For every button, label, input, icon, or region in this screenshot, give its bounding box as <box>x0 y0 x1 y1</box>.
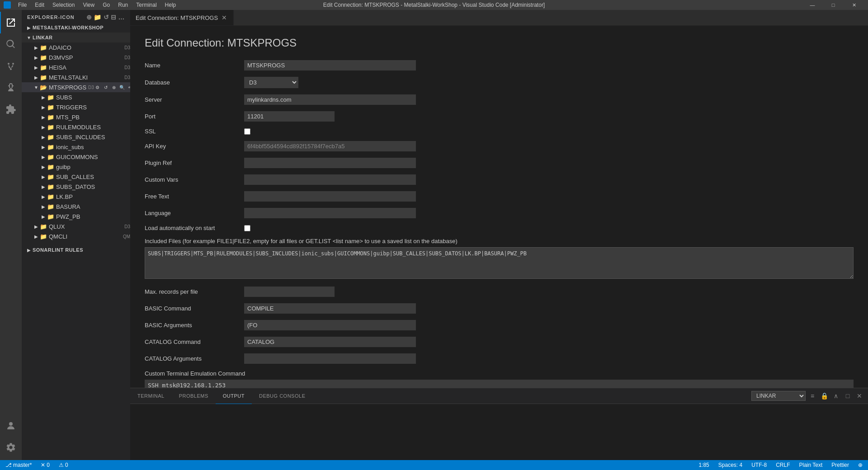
status-language[interactable]: Plain Text <box>797 462 825 468</box>
maximize-panel-icon[interactable]: □ <box>843 391 853 401</box>
status-eol[interactable]: CRLF <box>774 462 792 468</box>
max-records-input[interactable] <box>244 287 335 297</box>
close-panel-icon[interactable]: ✕ <box>854 391 864 401</box>
language-input[interactable] <box>244 208 416 218</box>
status-notifications[interactable]: ⊕ <box>856 462 864 468</box>
sidebar-item-guicommons[interactable]: ▶ 📁 GUICOMMONS <box>22 152 130 162</box>
more-actions-icon[interactable]: … <box>118 14 125 21</box>
sidebar-item-sub-calles[interactable]: ▶ 📁 SUB_CALLES <box>22 172 130 182</box>
tab-output[interactable]: OUTPUT <box>216 388 252 404</box>
sidebar-item-triggers[interactable]: ▶ 📁 TRIGGERS <box>22 102 130 112</box>
sidebar-item-mts-pb[interactable]: ▶ 📁 MTS_PB <box>22 112 130 122</box>
new-file-icon[interactable]: ⊕ <box>86 14 92 21</box>
form-row-catalog-command: CATALOG Command <box>145 337 854 347</box>
sidebar-item-guibp[interactable]: ▶ 📁 guibp <box>22 162 130 172</box>
server-input[interactable] <box>244 94 416 105</box>
menu-file[interactable]: File <box>14 2 30 8</box>
close-button[interactable]: ✕ <box>844 0 864 10</box>
status-position[interactable]: 1:85 <box>697 462 711 468</box>
free-text-input[interactable] <box>244 191 416 202</box>
form-row-basic-arguments: BASIC Arguments <box>145 320 854 330</box>
custom-vars-input[interactable] <box>244 174 416 185</box>
apikey-input[interactable] <box>244 141 416 151</box>
sidebar-item-pwz-pb[interactable]: ▶ 📁 PWZ_PB <box>22 212 130 221</box>
port-input[interactable] <box>244 111 335 122</box>
sidebar-item-metsalstaki-workshop[interactable]: ▶ METSALSTAKI-WORKSHOP <box>22 23 130 33</box>
activity-debug[interactable] <box>0 77 22 99</box>
refresh-icon[interactable]: ↺ <box>102 84 109 91</box>
sidebar-item-label: guibp <box>56 164 130 170</box>
sidebar-item-heisa[interactable]: ▶ 📁 HEISA D3 <box>22 62 130 72</box>
status-encoding[interactable]: UTF-8 <box>750 462 769 468</box>
activity-explorer[interactable] <box>0 12 22 33</box>
sidebar-item-sonarlint[interactable]: ▶ SONARLINT RULES <box>22 245 130 255</box>
menu-run[interactable]: Run <box>114 2 132 8</box>
lock-output-icon[interactable]: 🔒 <box>819 391 829 401</box>
status-errors[interactable]: ✕ 0 <box>39 462 52 468</box>
clear-output-icon[interactable]: ≡ <box>807 391 817 401</box>
status-warnings[interactable]: ⚠ 0 <box>57 462 70 468</box>
tab-edit-connection[interactable]: Edit Connection: MTSKPROGS ✕ <box>130 10 234 25</box>
status-branch[interactable]: ⎇ master* <box>4 462 33 468</box>
sidebar-item-subs-datos[interactable]: ▶ 📁 SUBS_DATOS <box>22 182 130 192</box>
minimize-button[interactable]: ― <box>802 0 823 10</box>
sidebar-item-subs-includes[interactable]: ▶ 📁 SUBS_INCLUDES <box>22 132 130 142</box>
menu-terminal[interactable]: Terminal <box>132 2 160 8</box>
maximize-button[interactable]: □ <box>823 0 844 10</box>
sidebar-item-label: D3MVSP <box>49 54 123 61</box>
database-select[interactable]: D3 QM MVBASE jBASE OpenQM <box>244 77 298 88</box>
tab-close-button[interactable]: ✕ <box>221 14 228 21</box>
sidebar-item-basura[interactable]: ▶ 📁 BASURA <box>22 202 130 212</box>
activity-search[interactable] <box>0 33 22 55</box>
sidebar-item-label: MTS_PB <box>56 114 130 121</box>
sidebar-item-rulemodules[interactable]: ▶ 📁 RULEMODULES <box>22 122 130 132</box>
sidebar-item-subs[interactable]: ▶ 📁 SUBS <box>22 92 130 102</box>
new-folder-icon[interactable]: 📁 <box>94 14 102 21</box>
menu-selection[interactable]: Selection <box>49 2 78 8</box>
terminal-emulation-input[interactable] <box>145 380 854 388</box>
activity-settings[interactable] <box>0 437 22 458</box>
badge: D3 <box>88 85 94 90</box>
basic-arguments-input[interactable] <box>244 320 416 330</box>
sidebar-item-linkar[interactable]: ▼ LINKAR <box>22 33 130 42</box>
status-spaces[interactable]: Spaces: 4 <box>717 462 744 468</box>
sidebar-item-qmcli[interactable]: ▶ 📁 QMCLI QM <box>22 231 130 241</box>
sidebar-item-metalstalki[interactable]: ▶ 📁 METALSTALKI D3 <box>22 72 130 82</box>
edit-icon[interactable]: ✏ <box>127 84 130 91</box>
ssl-checkbox[interactable] <box>244 128 250 135</box>
sidebar-item-lk-bp[interactable]: ▶ 📁 LK.BP <box>22 192 130 202</box>
folder-icon: 📁 <box>47 113 54 121</box>
basic-command-input[interactable] <box>244 303 416 314</box>
name-input[interactable] <box>244 60 416 70</box>
tab-problems[interactable]: PROBLEMS <box>172 388 216 404</box>
load-auto-checkbox[interactable] <box>244 225 250 231</box>
menu-view[interactable]: View <box>79 2 98 8</box>
output-source-select[interactable]: LINKAR Git Extensions <box>751 391 806 401</box>
folder-icon: 📁 <box>40 54 47 61</box>
field-label-language: Language <box>145 210 244 216</box>
settings-icon[interactable]: ⚙ <box>94 84 101 91</box>
tab-debug-console[interactable]: DEBUG CONSOLE <box>252 388 312 404</box>
menu-help[interactable]: Help <box>161 2 180 8</box>
new-file-icon[interactable]: ⊕ <box>110 84 118 91</box>
included-files-textarea[interactable]: SUBS|TRIGGERS|MTS_PB|RULEMODULES|SUBS_IN… <box>145 247 854 279</box>
sidebar-item-adaico[interactable]: ▶ 📁 ADAICO D3 <box>22 42 130 52</box>
catalog-arguments-input[interactable] <box>244 353 416 364</box>
status-formatter[interactable]: Prettier <box>830 462 851 468</box>
sidebar-item-d3mvsp[interactable]: ▶ 📁 D3MVSP D3 <box>22 52 130 62</box>
collapse-panel-icon[interactable]: ∧ <box>831 391 841 401</box>
menu-edit[interactable]: Edit <box>31 2 48 8</box>
activity-source-control[interactable] <box>0 55 22 77</box>
search-icon[interactable]: 🔍 <box>118 84 126 91</box>
refresh-icon[interactable]: ↺ <box>104 14 109 21</box>
plugin-ref-input[interactable] <box>244 158 416 168</box>
sidebar-item-mtskprogs[interactable]: ▼ 📂 MTSKPROGS D3 ⚙ ↺ ⊕ 🔍 ✏ ▷ <box>22 82 130 92</box>
menu-go[interactable]: Go <box>99 2 113 8</box>
sidebar-item-ionic-subs[interactable]: ▶ 📁 ionic_subs <box>22 142 130 152</box>
sidebar-item-qlux[interactable]: ▶ 📁 QLUX D3 <box>22 221 130 231</box>
activity-accounts[interactable] <box>0 415 22 437</box>
tab-terminal[interactable]: TERMINAL <box>130 388 172 404</box>
activity-extensions[interactable] <box>0 99 22 120</box>
collapse-icon[interactable]: ⊟ <box>111 14 117 21</box>
catalog-command-input[interactable] <box>244 337 416 347</box>
